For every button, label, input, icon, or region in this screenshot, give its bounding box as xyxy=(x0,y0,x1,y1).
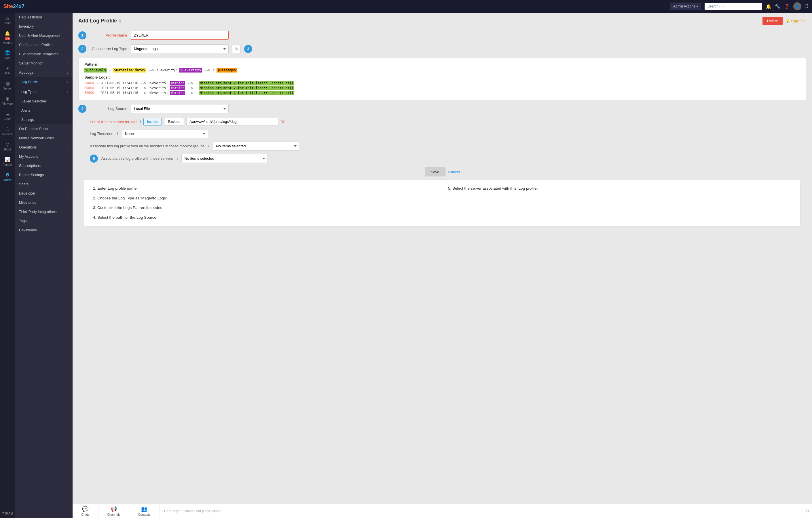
add-icon[interactable]: + xyxy=(66,80,68,84)
sample-logs-label: Sample Logs : xyxy=(84,75,800,80)
top-nav-right: Admin Actions ▾ 🔔 🔧 ❓ 👤 ⠿ xyxy=(670,2,809,10)
sidebar-item-alerts[interactable]: Alerts xyxy=(15,106,72,115)
servers-label: Associate this log profile with these se… xyxy=(102,156,173,160)
sidebar-item-log-profile[interactable]: Log Profile + xyxy=(15,77,72,87)
left-nav-vmware[interactable]: ◉ VMware xyxy=(0,93,15,108)
profile-name-input[interactable] xyxy=(131,31,229,40)
time-display: 7:48 AM xyxy=(1,511,15,516)
left-nav-cloud[interactable]: ☁ Cloud xyxy=(0,108,15,123)
info-icon[interactable]: ℹ xyxy=(119,19,121,23)
step-5-circle: 5 xyxy=(90,155,98,162)
monitor-groups-select[interactable]: No items selected xyxy=(213,142,299,151)
log-timezone-row: Log Timezone ℹ None xyxy=(90,129,806,138)
left-nav-server[interactable]: ▦ Server xyxy=(0,78,15,93)
info-icon-servers[interactable]: ℹ xyxy=(176,157,178,160)
sidebar-item-third-party[interactable]: Third-Party Integrations xyxy=(15,207,72,216)
left-nav-apm[interactable]: ◈ APM xyxy=(0,62,15,78)
tip-item-2: 2. Choose the Log Type as 'Magento Logs' xyxy=(93,195,437,202)
log-type-row: 2 Choose the Log Type Magento Logs ✎ 3 xyxy=(78,44,806,53)
header-actions: Delete 💡 Page Tips xyxy=(762,17,806,25)
sidebar-item-my-account[interactable]: My Account xyxy=(15,152,72,161)
sidebar-item-settings[interactable]: Settings xyxy=(15,115,72,124)
file-search-label: List of files to search for logs xyxy=(90,120,137,124)
sidebar-item-operations[interactable]: Operations › xyxy=(15,143,72,152)
datetime-var: $Datetime:date$ xyxy=(113,68,146,72)
sidebar-item-applogs[interactable]: AppLogs ∨ xyxy=(15,68,72,77)
network-icon: ⬡ xyxy=(5,126,9,132)
info-icon-files[interactable]: ℹ xyxy=(140,120,141,124)
smart-chat-input[interactable]: Here is your Smart Chat (Ctrl+Space) xyxy=(160,509,805,513)
sidebar-item-it-automation[interactable]: IT Automation Templates xyxy=(15,50,72,59)
form-area: 1 Profile Name 2 Choose the Log Type Mag… xyxy=(72,28,812,504)
sidebar-item-log-types[interactable]: Log Types + xyxy=(15,87,72,97)
channels-tab[interactable]: 📢 Channels xyxy=(98,504,129,518)
wrench-icon[interactable]: 🔧 xyxy=(775,4,781,9)
cloud-icon: ☁ xyxy=(5,111,10,117)
avatar[interactable]: 👤 xyxy=(793,2,801,10)
left-nav-network[interactable]: ⬡ Network xyxy=(0,123,15,139)
sidebar-item-help-assistant[interactable]: Help Assistant xyxy=(15,13,72,22)
chevron-right-icon: › xyxy=(68,62,68,65)
info-icon-groups[interactable]: ℹ xyxy=(208,144,209,148)
sidebar-item-milestones[interactable]: Milestones xyxy=(15,198,72,207)
help-icon[interactable]: ❓ xyxy=(784,4,790,9)
left-nav-home[interactable]: ⌂ Home xyxy=(0,13,15,28)
sidebar-item-server-monitor[interactable]: Server Monitor › xyxy=(15,59,72,68)
monitor-groups-row: Associate this log profile with all the … xyxy=(90,142,806,151)
chevron-right-icon: › xyxy=(68,25,68,28)
severity-var: $Severity$ xyxy=(179,68,202,72)
page-tips-button[interactable]: 💡 Page Tips xyxy=(785,19,806,23)
reports-icon: 📊 xyxy=(5,157,10,162)
chat-settings-icon[interactable]: ⚙ xyxy=(805,508,809,514)
left-nav-web[interactable]: 🌐 Web xyxy=(0,47,15,62)
tip-item-blank-3 xyxy=(448,214,791,221)
edit-log-type-button[interactable]: ✎ xyxy=(232,44,241,53)
left-nav-reports[interactable]: 📊 Reports xyxy=(0,154,15,169)
chevron-down-icon: ▾ xyxy=(696,4,698,8)
admin-actions-button[interactable]: Admin Actions ▾ xyxy=(670,3,701,10)
log-source-select[interactable]: Local File xyxy=(131,104,229,113)
sidebar-item-saved-searches[interactable]: Saved Searches xyxy=(15,97,72,106)
servers-select[interactable]: No items selected xyxy=(181,154,268,163)
sidebar-item-developer[interactable]: Developer › xyxy=(15,189,72,198)
left-nav-alarms[interactable]: 🔔 14 Alarms xyxy=(0,28,15,47)
sidebar-item-config-profiles[interactable]: Configuration Profiles › xyxy=(15,40,72,50)
pattern-label: Pattern : xyxy=(84,62,800,66)
info-icon-timezone[interactable]: ℹ xyxy=(117,132,118,136)
chevron-right-icon: › xyxy=(68,127,68,131)
save-button[interactable]: Save xyxy=(425,167,445,176)
monitor-groups-label: Associate this log profile with all the … xyxy=(90,144,204,148)
rum-icon: ◎ xyxy=(5,142,9,147)
sidebar-item-user-alert[interactable]: User & Alert Management › xyxy=(15,31,72,40)
left-nav-rum[interactable]: ◎ RUM xyxy=(0,139,15,154)
contacts-tab[interactable]: 👥 Contacts xyxy=(129,504,159,518)
site-logo: Site24x7 xyxy=(3,3,25,9)
step-3-circle: 3 xyxy=(244,45,252,53)
exclude-button[interactable]: Exclude xyxy=(164,118,184,125)
pencil-icon: ✎ xyxy=(235,47,238,51)
bell-icon[interactable]: 🔔 xyxy=(766,4,772,9)
sidebar-item-mobile-network[interactable]: Mobile Network Poller xyxy=(15,133,72,143)
lightbulb-icon: 💡 xyxy=(785,19,790,23)
server-icon: ▦ xyxy=(5,81,10,86)
grid-icon[interactable]: ⠿ xyxy=(805,3,809,9)
file-path-input[interactable] xyxy=(186,118,279,126)
sidebar-item-subscriptions[interactable]: Subscriptions xyxy=(15,161,72,171)
search-input[interactable] xyxy=(704,3,762,10)
sidebar-item-share[interactable]: Share › xyxy=(15,180,72,189)
sidebar-item-inventory[interactable]: Inventory › xyxy=(15,22,72,31)
add-icon[interactable]: + xyxy=(66,90,68,94)
sidebar-item-tags[interactable]: Tags xyxy=(15,216,72,225)
cancel-button[interactable]: Cancel xyxy=(448,170,460,174)
sidebar-item-report-settings[interactable]: Report Settings › xyxy=(15,171,72,180)
delete-button[interactable]: Delete xyxy=(762,17,783,25)
sidebar-item-downloads[interactable]: Downloads xyxy=(15,225,72,235)
sidebar-item-on-premise[interactable]: On-Premise Poller › xyxy=(15,124,72,133)
log-timezone-select[interactable]: None xyxy=(122,129,208,138)
include-button[interactable]: Include xyxy=(143,118,162,125)
chevron-right-icon: › xyxy=(68,192,68,195)
log-type-select[interactable]: Magento Logs xyxy=(131,44,229,53)
chats-tab[interactable]: 💬 Chats xyxy=(72,504,98,518)
left-nav-admin[interactable]: ⚙ Admin xyxy=(0,169,15,184)
remove-file-button[interactable]: ✕ xyxy=(281,119,285,125)
